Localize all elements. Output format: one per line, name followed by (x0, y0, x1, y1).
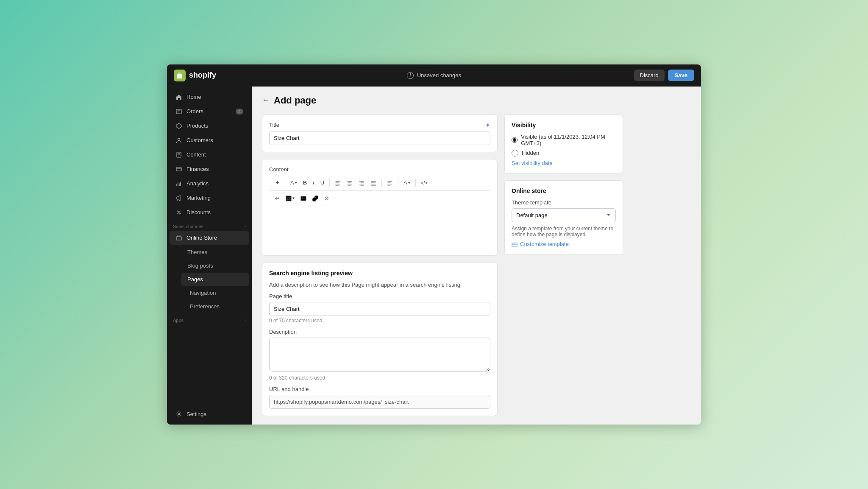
sidebar-item-settings[interactable]: Settings (170, 407, 249, 421)
font-icon: A (290, 179, 294, 186)
sidebar-item-finances[interactable]: Finances (170, 162, 249, 176)
chevron-down-icon: ▾ (295, 181, 297, 185)
page-title-label: Page title (269, 293, 490, 299)
sidebar-item-analytics[interactable]: Analytics (170, 177, 249, 190)
topbar-actions: Discard Save (634, 70, 694, 81)
table-icon (286, 195, 292, 202)
toolbar-undo-btn[interactable]: ↩ (273, 193, 282, 203)
content-area: ← Add page Title ✦ (252, 87, 701, 425)
sidebar-item-discounts[interactable]: Discounts (170, 206, 249, 219)
sidebar: Home Orders 4 Products Customers (167, 87, 252, 425)
sidebar-item-home[interactable]: Home (170, 90, 249, 104)
sidebar-item-products[interactable]: Products (170, 119, 249, 133)
analytics-icon (175, 180, 182, 187)
sidebar-item-blog-posts[interactable]: Blog posts (181, 259, 249, 272)
link-icon (312, 195, 318, 202)
sidebar-item-online-store[interactable]: Online Store (170, 231, 249, 245)
toolbar-separator (285, 179, 285, 187)
toolbar-link-btn[interactable] (310, 193, 321, 204)
hidden-radio[interactable] (512, 150, 518, 156)
url-label: URL and handle (269, 386, 490, 392)
seo-description-input[interactable] (269, 338, 490, 372)
editor-content-area[interactable] (269, 206, 490, 249)
url-input[interactable] (269, 395, 490, 409)
toolbar-ai-btn[interactable]: ✦ (273, 178, 282, 187)
main-column: Title ✦ Content (262, 115, 498, 416)
align-left-icon (335, 179, 341, 186)
toolbar-text-align-btn[interactable] (384, 178, 395, 188)
ai-sparkle-icon: ✦ (275, 179, 280, 186)
italic-icon: I (313, 179, 314, 186)
sidebar-bottom: Settings (167, 407, 252, 421)
toolbar-source-btn[interactable]: </> (418, 179, 430, 187)
toolbar-font-color-btn[interactable]: A ▾ (401, 178, 413, 187)
url-field-group: URL and handle (269, 386, 490, 409)
discounts-icon (175, 209, 182, 216)
svg-point-10 (302, 197, 303, 198)
orders-badge: 4 (236, 109, 243, 115)
align-right-icon (359, 179, 364, 186)
theme-template-select[interactable]: Default page page.contact page.faq (512, 208, 616, 222)
sidebar-item-orders[interactable]: Orders 4 (170, 105, 249, 118)
sidebar-item-customers[interactable]: Customers (170, 134, 249, 147)
visible-option[interactable]: Visible (as of 11/1/2023, 12:04 PM GMT+3… (512, 134, 616, 146)
toolbar-font-btn[interactable]: A ▾ (288, 178, 300, 187)
sidebar-item-navigation[interactable]: Navigation (181, 286, 249, 299)
toolbar-align-center-btn[interactable] (344, 178, 355, 188)
toolbar-align-right-btn[interactable] (356, 178, 367, 188)
online-store-card: Online store Theme template Default page… (504, 180, 623, 255)
toolbar-underline-btn[interactable]: U (318, 178, 327, 187)
toolbar-image-btn[interactable] (298, 193, 309, 204)
hidden-option[interactable]: Hidden (512, 150, 616, 156)
toolbar-italic-btn[interactable]: I (310, 178, 317, 187)
apps-section-label: Apps › (167, 313, 252, 324)
theme-template-label: Theme template (512, 199, 616, 206)
title-input[interactable] (269, 131, 490, 145)
logo: shopify (174, 70, 216, 81)
customize-template-link[interactable]: Customize template (512, 241, 616, 248)
ai-icon[interactable]: ✦ (485, 122, 490, 129)
page-title: Add page (274, 95, 316, 106)
sidebar-item-content[interactable]: Content (170, 148, 249, 162)
svg-point-1 (178, 138, 180, 140)
sidebar-item-themes[interactable]: Themes (181, 246, 249, 259)
svg-point-13 (514, 243, 515, 244)
editor-toolbar-row1: ✦ A ▾ B I (269, 175, 490, 191)
title-field-label: Title ✦ (269, 122, 490, 129)
online-store-sub: Themes Blog posts Pages Navigation Prefe… (167, 245, 252, 313)
content-icon (175, 151, 182, 158)
set-visibility-date-link[interactable]: Set visibility date (512, 160, 616, 166)
sidebar-item-pages[interactable]: Pages (181, 273, 249, 286)
two-col-layout: Title ✦ Content (262, 115, 623, 416)
title-card: Title ✦ (262, 115, 498, 152)
seo-note: Add a description to see how this Page m… (269, 282, 490, 288)
template-note: Assign a template from your current them… (512, 226, 616, 238)
svg-point-5 (179, 213, 181, 214)
font-color-icon: A (403, 179, 407, 186)
unsaved-changes-notice: i Unsaved changes (407, 72, 461, 79)
discard-button[interactable]: Discard (634, 70, 665, 81)
toolbar-bold-btn[interactable]: B (300, 178, 309, 187)
toolbar-table-btn[interactable]: ▾ (283, 193, 297, 204)
customize-template-icon (512, 241, 517, 248)
page-title-char-count: 0 of 70 characters used (269, 318, 490, 324)
toolbar-align-left-btn[interactable] (332, 178, 343, 188)
svg-point-4 (177, 211, 178, 212)
table-chevron-icon: ▾ (292, 196, 295, 200)
seo-card: Search engine listing preview Add a desc… (262, 263, 498, 416)
save-button[interactable]: Save (668, 70, 694, 81)
sidebar-item-marketing[interactable]: Marketing (170, 191, 249, 205)
back-button[interactable]: ← (262, 96, 270, 105)
page-inner: ← Add page Title ✦ (252, 87, 633, 425)
editor-toolbar-row2: ↩ ▾ (269, 191, 490, 207)
visible-radio[interactable] (512, 137, 517, 143)
online-store-icon (175, 235, 182, 241)
seo-page-title-input[interactable] (269, 302, 490, 316)
page-title-field-group: Page title 0 of 70 characters used (269, 293, 490, 324)
toolbar-clear-btn[interactable]: ⊘ (322, 193, 331, 203)
finances-icon (175, 166, 182, 173)
sidebar-item-preferences[interactable]: Preferences (181, 300, 249, 313)
toolbar-separator-4 (398, 179, 398, 187)
online-store-title: Online store (512, 187, 616, 194)
toolbar-justify-btn[interactable] (368, 178, 379, 188)
